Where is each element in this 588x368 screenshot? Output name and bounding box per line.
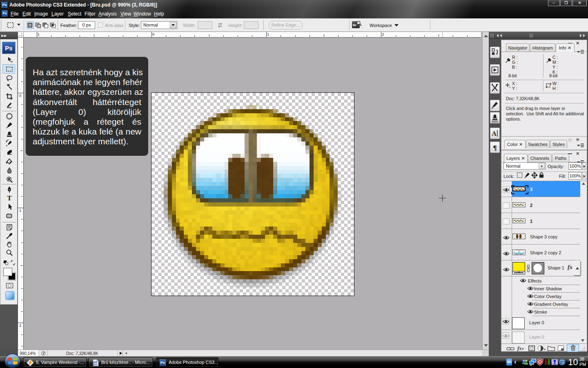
svg-text:¶: ¶ (493, 144, 497, 152)
svg-text:a: a (562, 360, 564, 364)
svg-text:W: W (94, 361, 97, 366)
svg-text:T: T (7, 194, 12, 202)
svg-text:A: A (492, 130, 497, 137)
